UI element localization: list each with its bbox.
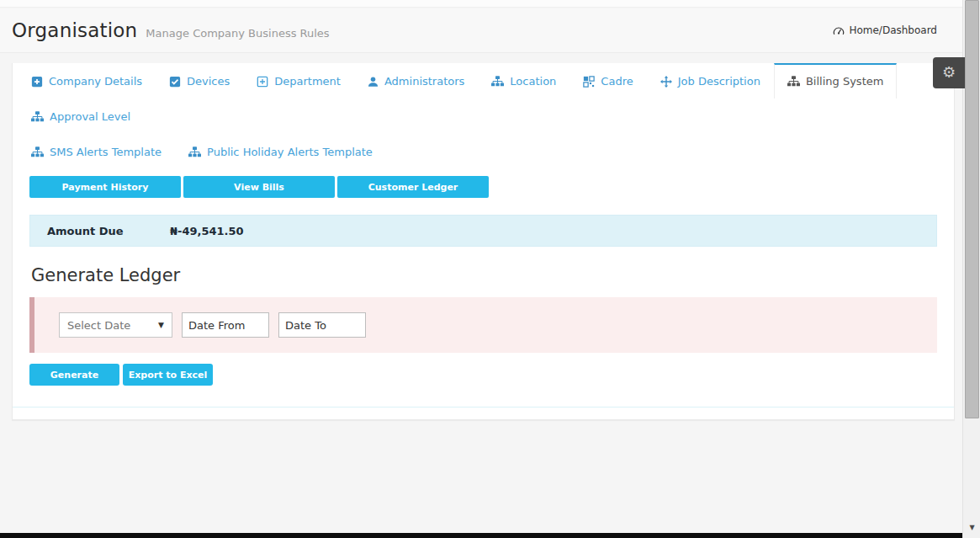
tab-devices[interactable]: Devices — [156, 63, 243, 99]
tab-billing-system[interactable]: Billing System — [774, 63, 897, 99]
chevron-down-icon: ▼ — [158, 321, 164, 329]
amount-due-label: Amount Due — [30, 225, 170, 237]
tab-label: Department — [274, 75, 341, 88]
move-arrows-icon — [660, 76, 672, 88]
ledger-filter-panel: Select Date ▼ — [29, 297, 937, 353]
generate-button[interactable]: Generate — [29, 364, 119, 386]
amount-due-bar: Amount Due ₦-49,541.50 — [29, 215, 937, 247]
billing-toolbar: Payment History View Bills Customer Ledg… — [29, 176, 937, 198]
plus-square-outline-icon — [257, 76, 268, 88]
tab-department[interactable]: Department — [243, 63, 354, 99]
tab-label: Cadre — [601, 75, 633, 88]
scrollbar[interactable]: ▼ — [962, 0, 980, 538]
scrollbar-down-button[interactable]: ▼ — [963, 524, 980, 531]
date-from-input[interactable] — [182, 312, 269, 338]
sitemap-icon — [31, 146, 44, 157]
tab-bar: Company Details Devices Department Admin… — [13, 63, 954, 169]
export-to-excel-button[interactable]: Export to Excel — [123, 364, 213, 386]
tab-label: Company Details — [49, 75, 142, 88]
tab-label: Job Description — [678, 75, 760, 88]
top-strip — [0, 0, 962, 8]
breadcrumb[interactable]: Home/Dashboard — [833, 24, 937, 36]
tab-label: Approval Level — [50, 110, 130, 123]
tab-approval-level[interactable]: Approval Level — [18, 99, 144, 134]
tab-label: Location — [510, 75, 556, 88]
tab-public-holiday-alerts-template[interactable]: Public Holiday Alerts Template — [175, 134, 386, 169]
tab-label: SMS Alerts Template — [50, 146, 162, 158]
check-square-icon — [169, 76, 181, 88]
sitemap-icon — [188, 146, 201, 157]
sitemap-icon — [31, 111, 44, 122]
dashboard-gauge-icon — [833, 25, 845, 36]
scrollbar-thumb[interactable] — [965, 0, 979, 418]
page-title: Organisation — [12, 19, 137, 41]
tab-cadre[interactable]: Cadre — [569, 63, 646, 99]
bottom-window-edge — [0, 533, 962, 538]
ledger-actions: Generate Export to Excel — [29, 364, 937, 386]
customer-ledger-button[interactable]: Customer Ledger — [337, 176, 489, 198]
select-date-value: Select Date — [67, 319, 130, 332]
generate-ledger-heading: Generate Ledger — [31, 265, 954, 285]
tab-label: Administrators — [384, 75, 464, 88]
sitemap-icon — [787, 76, 800, 87]
tab-label: Billing System — [806, 75, 883, 88]
tab-administrators[interactable]: Administrators — [354, 63, 478, 99]
breadcrumb-label: Home/Dashboard — [849, 24, 937, 36]
view-bills-button[interactable]: View Bills — [183, 176, 335, 198]
select-date-dropdown[interactable]: Select Date ▼ — [59, 312, 172, 338]
tab-label: Public Holiday Alerts Template — [207, 146, 373, 158]
tab-location[interactable]: Location — [478, 63, 569, 99]
settings-button[interactable]: ⚙ — [933, 57, 965, 88]
tab-job-description[interactable]: Job Description — [647, 63, 774, 99]
tab-label: Devices — [187, 75, 230, 88]
tab-company-details[interactable]: Company Details — [18, 63, 156, 99]
scroll-down-arrow-icon: ▼ — [969, 524, 974, 531]
user-icon — [368, 76, 379, 88]
amount-due-value: ₦-49,541.50 — [170, 225, 244, 237]
date-to-input[interactable] — [278, 312, 366, 338]
page-header: Organisation Manage Company Business Rul… — [0, 8, 962, 53]
page-subtitle: Manage Company Business Rules — [146, 22, 329, 40]
tab-sms-alerts-template[interactable]: SMS Alerts Template — [18, 134, 175, 169]
qrcode-icon — [583, 76, 595, 88]
main-panel: Company Details Devices Department Admin… — [12, 63, 955, 420]
payment-history-button[interactable]: Payment History — [29, 176, 181, 198]
plus-square-icon — [31, 76, 43, 88]
sitemap-icon — [491, 76, 504, 87]
gear-icon: ⚙ — [942, 64, 956, 81]
section-divider — [13, 407, 954, 407]
